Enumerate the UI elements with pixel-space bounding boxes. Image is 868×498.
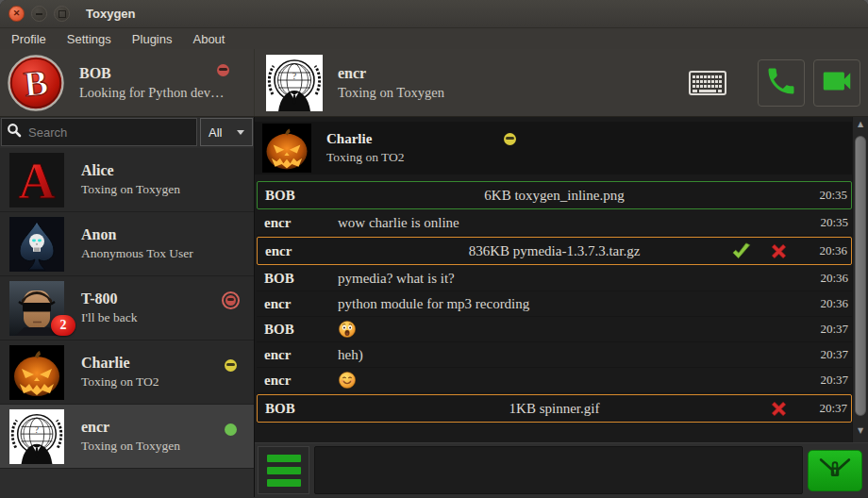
message-time: 20:36: [807, 271, 848, 286]
peer-status-message: Toxing on Toxygen: [338, 85, 444, 101]
self-info: BOB Looking for Python dev…: [79, 65, 224, 101]
message-compose-bar: [255, 442, 868, 497]
filter-value: All: [209, 125, 222, 140]
message-sender: encr: [264, 347, 338, 363]
scroll-down-arrow[interactable]: ▼: [853, 423, 868, 437]
file-label: 6KB toxygen_inline.png: [258, 188, 851, 204]
notification-status-message: Toxing on TO2: [326, 150, 516, 165]
contact-alice[interactable]: A Alice Toxing on Toxygen: [0, 148, 254, 212]
hamburger-icon: [267, 479, 301, 487]
minimize-icon[interactable]: [31, 6, 47, 22]
scrollbar-thumb[interactable]: [855, 136, 866, 416]
file-transfer-message[interactable]: 836KB pymedia-1.3.7.3.tar.gz encr 20:36: [257, 237, 852, 265]
message-sender: encr: [264, 373, 338, 389]
chat-pane: Charlie Toxing on TO2 6KB toxygen_inline…: [255, 117, 868, 497]
text-message: encr python module for mp3 recording 20:…: [257, 291, 852, 317]
shocked-face-emoji: [338, 320, 357, 339]
contact-status-message: Toxing on Toxygen: [81, 182, 180, 197]
send-message-button[interactable]: [808, 450, 862, 491]
smiling-face-emoji: [338, 371, 357, 390]
header: B BOB Looking for Python dev…: [0, 49, 868, 117]
self-avatar[interactable]: B: [8, 55, 64, 111]
hamburger-icon: [267, 455, 301, 462]
contact-name: T-800: [81, 290, 137, 307]
notification-info: Charlie Toxing on TO2: [326, 131, 516, 165]
charlie-avatar: [9, 345, 64, 400]
contact-filter-dropdown[interactable]: All: [200, 118, 253, 146]
maximize-icon[interactable]: [54, 6, 70, 22]
contact-name: encr: [81, 419, 180, 436]
chat-menu-button[interactable]: [258, 446, 309, 494]
charlie-avatar: [262, 124, 311, 173]
message-time: 20:37: [807, 322, 848, 337]
self-busy-status-icon: [217, 64, 229, 76]
accept-file-button[interactable]: [729, 241, 753, 262]
contact-anon[interactable]: Anon Anonymous Tox User: [0, 212, 254, 276]
hamburger-icon: [267, 467, 301, 474]
send-encrypted-icon: [818, 456, 852, 486]
self-profile[interactable]: B BOB Looking for Python dev…: [0, 49, 255, 116]
body: All A Alice Toxing on T: [0, 117, 868, 497]
encr-avatar: ?: [9, 409, 64, 464]
svg-text:?: ?: [35, 424, 39, 435]
message-time: 20:36: [807, 296, 848, 311]
contact-name: Charlie: [81, 355, 159, 372]
file-label: 1KB spinner.gif: [258, 401, 851, 417]
message-sender: encr: [264, 296, 338, 312]
message-sender: BOB: [265, 188, 339, 204]
search-box[interactable]: [1, 118, 197, 146]
scroll-up-arrow[interactable]: ▲: [853, 117, 868, 130]
peer-avatar: ?: [266, 55, 323, 111]
file-transfer-message[interactable]: 1KB spinner.gif BOB 20:37: [257, 394, 852, 423]
contact-info: T-800 I'll be back: [81, 290, 137, 325]
contact-online-notification[interactable]: Charlie Toxing on TO2: [255, 122, 852, 174]
message-sender: BOB: [264, 271, 338, 287]
notification-name: Charlie: [326, 131, 372, 147]
close-icon[interactable]: ✕: [8, 6, 25, 22]
toxygen-window: ✕ Toxygen Profile Settings Plugins About…: [0, 0, 868, 498]
contact-charlie[interactable]: Charlie Toxing on TO2: [0, 340, 254, 405]
self-name: BOB: [79, 65, 224, 82]
menu-profile[interactable]: Profile: [11, 32, 57, 46]
search-input[interactable]: [26, 124, 196, 141]
chat-scrollbar[interactable]: ▲ ▼: [852, 117, 868, 442]
menu-plugins[interactable]: Plugins: [122, 32, 183, 46]
file-label: 836KB pymedia-1.3.7.3.tar.gz: [258, 243, 851, 259]
menu-settings[interactable]: Settings: [57, 32, 122, 46]
search-icon: [7, 123, 22, 141]
menu-about[interactable]: About: [182, 32, 235, 46]
text-message: encr wow charlie is online 20:35: [257, 210, 852, 236]
file-transfer-message[interactable]: 6KB toxygen_inline.png BOB 20:35: [257, 181, 852, 209]
emoji-message: BOB: [257, 317, 852, 342]
contact-status-message: Anonymous Tox User: [81, 246, 193, 261]
audio-call-button[interactable]: [758, 59, 805, 107]
emoji-message: encr 20:37: [257, 368, 852, 393]
menubar: Profile Settings Plugins About: [0, 28, 868, 49]
peer-info: encr Toxing on Toxygen: [338, 65, 444, 101]
video-call-button[interactable]: [813, 59, 860, 107]
message-sender: encr: [264, 215, 338, 231]
contact-encr[interactable]: ? encr Toxing on Toxygen: [0, 405, 254, 469]
decline-file-button[interactable]: [767, 241, 791, 262]
busy-status-icon: [222, 291, 240, 309]
decline-file-button[interactable]: [767, 398, 791, 420]
message-sender: BOB: [264, 322, 338, 338]
contact-t800[interactable]: 2 T-800 I'll be back: [0, 276, 254, 340]
sidebar: All A Alice Toxing on T: [0, 117, 255, 497]
contact-status-message: I'll be back: [81, 310, 137, 325]
message-list: 6KB toxygen_inline.png BOB 20:35 encr wo…: [257, 180, 852, 423]
message-text: [338, 371, 792, 390]
message-text: [338, 320, 792, 339]
anon-avatar: [9, 217, 64, 272]
search-row: All: [1, 118, 253, 146]
message-input[interactable]: [314, 446, 803, 494]
keyboard-icon[interactable]: [689, 71, 726, 95]
message-time: 20:37: [807, 373, 848, 388]
away-status-icon: [225, 359, 237, 372]
contact-status-message: Toxing on TO2: [81, 374, 159, 390]
message-sender: BOB: [265, 401, 339, 417]
chevron-down-icon: [237, 130, 244, 135]
chat-peer-header: ? encr Toxing on Toxygen: [255, 49, 689, 116]
message-text: heh): [338, 347, 792, 363]
message-time: 20:36: [806, 243, 847, 258]
